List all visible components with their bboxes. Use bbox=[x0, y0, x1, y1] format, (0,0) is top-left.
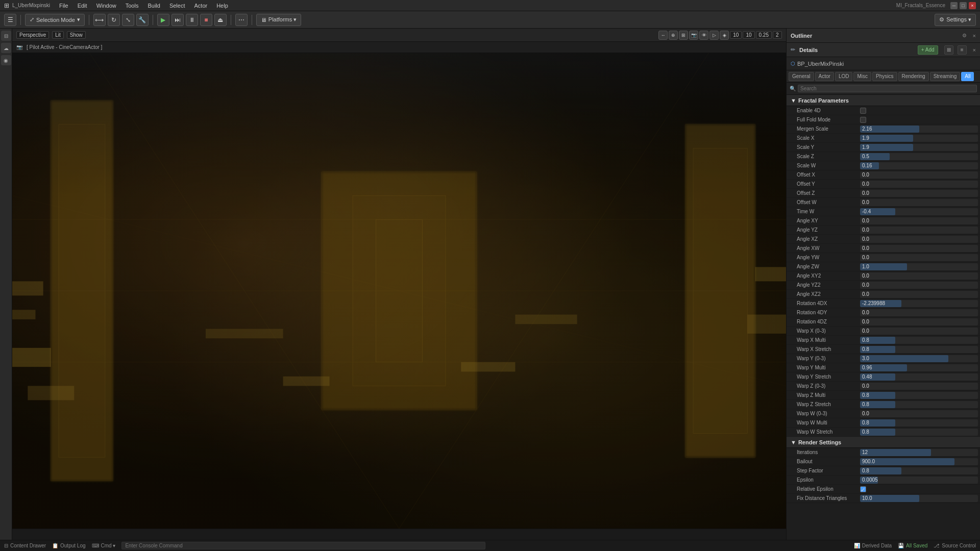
prop-checkbox[interactable]: ✓ bbox=[860, 486, 866, 492]
vp-icon-snap[interactable]: ⊕ bbox=[669, 31, 678, 40]
menu-file[interactable]: File bbox=[55, 2, 72, 10]
prop-value-container[interactable]: 0.48 bbox=[860, 373, 978, 381]
tab-all[interactable]: All bbox=[961, 72, 974, 81]
prop-value-container[interactable]: 0.0 bbox=[860, 328, 978, 335]
prop-value-container[interactable]: 0.0 bbox=[860, 181, 978, 188]
details-scroll-area[interactable]: ▼ Fractal Parameters Enable 4DFull Fold … bbox=[787, 95, 980, 540]
menu-actor[interactable]: Actor bbox=[190, 2, 211, 10]
minimize-btn[interactable]: ─ bbox=[950, 2, 958, 9]
view-icon-grid[interactable]: ⊞ bbox=[944, 45, 953, 55]
content-drawer-btn[interactable]: ⊟ Content Drawer bbox=[4, 543, 46, 548]
play-btn[interactable]: ▶ bbox=[157, 14, 169, 26]
skip-btn[interactable]: ⏭ bbox=[172, 14, 184, 26]
prop-value-container[interactable]: 0.0 bbox=[860, 254, 978, 261]
prop-value-container[interactable]: 0.0 bbox=[860, 227, 978, 234]
transform-translate-btn[interactable]: ⟷ bbox=[93, 14, 106, 26]
prop-value-container[interactable]: 0.16 bbox=[860, 162, 978, 169]
tab-streaming[interactable]: Streaming bbox=[930, 72, 961, 81]
vp-num-10b[interactable]: 10 bbox=[743, 31, 754, 39]
vp-icon-render[interactable]: ◈ bbox=[720, 31, 729, 40]
prop-value-container[interactable]: 0.0 bbox=[860, 217, 978, 224]
prop-value-container[interactable]: 0.8 bbox=[860, 429, 978, 436]
view-icon-list[interactable]: ≡ bbox=[958, 45, 967, 55]
selection-mode-btn[interactable]: ⤢ Selection Mode ▾ bbox=[25, 14, 85, 26]
prop-value-container[interactable]: 0.0 bbox=[860, 291, 978, 298]
stop-btn[interactable]: ■ bbox=[200, 14, 212, 26]
sidebar-icon-1[interactable]: ⊟ bbox=[1, 31, 11, 41]
prop-value-container[interactable]: 0.8 bbox=[860, 419, 978, 427]
prop-value-container[interactable]: 0.0 bbox=[860, 410, 978, 417]
prop-value-container[interactable]: 0.8 bbox=[860, 392, 978, 399]
settings-btn[interactable]: ⚙ Settings ▾ bbox=[935, 14, 976, 26]
menu-select[interactable]: Select bbox=[165, 2, 189, 10]
prop-value-container[interactable]: 12 bbox=[860, 449, 978, 456]
prop-value-container[interactable]: 1.0 bbox=[860, 263, 978, 270]
vp-icon-camera[interactable]: 📷 bbox=[689, 31, 698, 40]
prop-value-container[interactable]: 0.96 bbox=[860, 364, 978, 371]
perspective-btn[interactable]: Perspective bbox=[16, 31, 49, 39]
close-btn[interactable]: × bbox=[969, 2, 976, 9]
fractal-params-header[interactable]: ▼ Fractal Parameters bbox=[787, 95, 980, 106]
prop-value-container[interactable]: 0.0 bbox=[860, 318, 978, 325]
sidebar-toggle[interactable]: ☰ bbox=[4, 14, 16, 26]
sidebar-icon-2[interactable]: ☁ bbox=[1, 43, 11, 53]
cmd-btn[interactable]: ⌨ Cmd ▾ bbox=[92, 543, 116, 548]
transform-mode-btn[interactable]: 🔧 bbox=[136, 14, 149, 26]
output-log-btn[interactable]: 📋 Output Log bbox=[52, 543, 85, 548]
derived-data-btn[interactable]: 📊 Derived Data bbox=[854, 543, 892, 548]
prop-value-container[interactable]: 1.9 bbox=[860, 144, 978, 151]
vp-icon-realtime[interactable]: ▷ bbox=[709, 31, 719, 40]
prop-value-container[interactable]: 0.0 bbox=[860, 272, 978, 280]
prop-checkbox[interactable] bbox=[860, 117, 866, 123]
details-search-input[interactable] bbox=[798, 85, 977, 92]
sidebar-icon-3[interactable]: ◉ bbox=[1, 55, 11, 65]
vp-num-10a[interactable]: 10 bbox=[730, 31, 742, 39]
vp-val-2[interactable]: 2 bbox=[773, 31, 782, 39]
prop-value-container[interactable]: 0.0 bbox=[860, 383, 978, 390]
menu-tools[interactable]: Tools bbox=[121, 2, 143, 10]
prop-value-container[interactable]: 0.0 bbox=[860, 199, 978, 206]
prop-value-container[interactable]: 0.8 bbox=[860, 467, 978, 474]
prop-value-container[interactable]: 3.0 bbox=[860, 355, 978, 362]
maximize-btn[interactable]: □ bbox=[960, 2, 967, 9]
prop-value-container[interactable]: 0.0 bbox=[860, 282, 978, 289]
prop-value-container[interactable]: 1.9 bbox=[860, 135, 978, 142]
close-outliner-btn[interactable]: × bbox=[973, 33, 976, 39]
tab-misc[interactable]: Misc bbox=[853, 72, 871, 81]
prop-value-container[interactable]: 0.0 bbox=[860, 190, 978, 197]
menu-window[interactable]: Window bbox=[92, 2, 120, 10]
prop-value-container[interactable]: 0.0 bbox=[860, 309, 978, 316]
prop-value-container[interactable]: -0.4 bbox=[860, 208, 978, 215]
play-options-btn[interactable]: ⋯ bbox=[235, 14, 248, 26]
platforms-btn[interactable]: 🖥 Platforms ▾ bbox=[256, 14, 302, 26]
prop-value-container[interactable]: 0.8 bbox=[860, 346, 978, 353]
prop-value-container[interactable]: 0.8 bbox=[860, 337, 978, 344]
viewport[interactable] bbox=[12, 53, 786, 529]
prop-value-container[interactable]: 900.0 bbox=[860, 458, 978, 465]
prop-value-container[interactable]: 2.16 bbox=[860, 126, 978, 133]
prop-value-container[interactable]: -2.239988 bbox=[860, 300, 978, 307]
transform-scale-btn[interactable]: ⤡ bbox=[122, 14, 134, 26]
prop-value-container[interactable]: 0.0005 bbox=[860, 477, 978, 484]
vp-icon-eye[interactable]: 👁 bbox=[699, 31, 708, 40]
vp-val-025[interactable]: 0.25 bbox=[756, 31, 772, 39]
vp-icon-translate[interactable]: ↔ bbox=[658, 31, 668, 40]
vp-icon-grid[interactable]: ⊞ bbox=[679, 31, 688, 40]
transform-rotate-btn[interactable]: ↻ bbox=[108, 14, 120, 26]
menu-build[interactable]: Build bbox=[143, 2, 164, 10]
console-input[interactable] bbox=[121, 542, 485, 549]
menu-help[interactable]: Help bbox=[212, 2, 232, 10]
prop-value-container[interactable]: 0.0 bbox=[860, 236, 978, 243]
tab-actor[interactable]: Actor bbox=[815, 72, 834, 81]
prop-value-container[interactable]: 0.8 bbox=[860, 401, 978, 408]
show-btn[interactable]: Show bbox=[67, 31, 86, 39]
tab-rendering[interactable]: Rendering bbox=[898, 72, 929, 81]
prop-value-container[interactable]: 10.0 bbox=[860, 495, 978, 502]
tab-physics[interactable]: Physics bbox=[872, 72, 897, 81]
prop-value-container[interactable]: 0.0 bbox=[860, 171, 978, 179]
settings-icon[interactable]: ⚙ bbox=[962, 33, 967, 38]
prop-value-container[interactable]: 0.5 bbox=[860, 153, 978, 160]
tab-general[interactable]: General bbox=[789, 72, 814, 81]
prop-checkbox[interactable] bbox=[860, 108, 866, 114]
lit-btn[interactable]: Lit bbox=[52, 31, 64, 39]
